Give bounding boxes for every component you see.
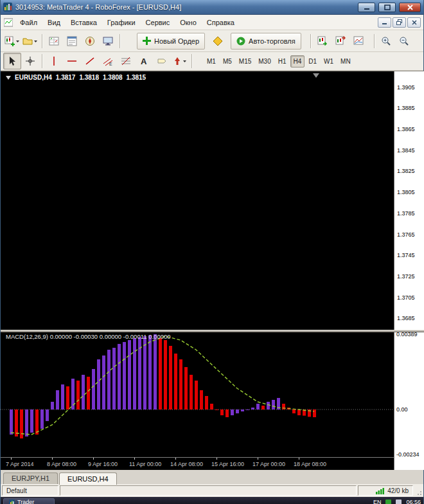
profiles-button[interactable]	[21, 33, 39, 50]
timeframe-m15-button[interactable]: M15	[236, 55, 254, 68]
data-window-icon	[67, 36, 77, 46]
price-tick-label: 1.3825	[397, 168, 415, 174]
mdi-close-button[interactable]	[407, 17, 421, 28]
time-axis-tick	[11, 458, 12, 460]
channel-icon: E	[103, 56, 113, 66]
timeframe-d1-button[interactable]: D1	[305, 55, 320, 68]
chart-tab-eurusd-h4[interactable]: EURUSD,H4	[59, 473, 117, 485]
time-axis-tick	[175, 458, 176, 460]
time-axis-tick	[134, 458, 135, 460]
data-window-button[interactable]	[63, 33, 81, 50]
toolbar-separator	[42, 54, 42, 68]
taskbar-app-button[interactable]: Trader	[3, 498, 55, 504]
autoscroll-button[interactable]	[314, 33, 331, 50]
resize-grip[interactable]	[414, 485, 422, 496]
chart-tab-eurjpy-h1[interactable]: EURJPY,H1	[3, 473, 58, 484]
taskbar-clock[interactable]: 06:56	[406, 499, 421, 504]
terminal-button[interactable]	[99, 33, 117, 50]
menu-item-2[interactable]: Вставка	[66, 17, 102, 28]
menu-item-0[interactable]: Файл	[15, 17, 42, 28]
horizontal-line-button[interactable]	[63, 53, 81, 69]
chevron-down-icon	[182, 56, 187, 66]
new-chart-button[interactable]	[3, 33, 21, 50]
tray-icon[interactable]	[385, 500, 391, 504]
mdi-restore-button[interactable]	[393, 17, 406, 28]
chart-shift-button[interactable]	[331, 33, 349, 50]
timeframe-m1-button[interactable]: M1	[204, 55, 219, 68]
fibonacci-button[interactable]	[117, 53, 135, 69]
vertical-line-button[interactable]	[45, 53, 63, 69]
minimize-button[interactable]	[358, 3, 375, 12]
autoscroll-icon	[317, 36, 328, 46]
time-axis[interactable]: 7 Apr 20148 Apr 08:009 Apr 16:0011 Apr 0…	[1, 457, 394, 470]
toolbar-separator	[374, 34, 375, 48]
play-icon	[236, 37, 245, 46]
time-axis-label: 14 Apr 08:00	[170, 461, 203, 467]
line-studies-toolbar: E A M1M5M15M30H1H4D1W1MN	[1, 52, 423, 71]
menu-item-5[interactable]: Окно	[175, 17, 202, 28]
title-bar[interactable]: 3014953: MetaTrader 4 - RoboForex - [EUR…	[1, 0, 423, 15]
timeframe-m5-button[interactable]: M5	[220, 55, 235, 68]
price-tick-label: 1.3685	[397, 315, 415, 321]
arrows-tool-button[interactable]	[171, 53, 189, 69]
tray-icon[interactable]	[396, 500, 402, 504]
mdi-minimize-button[interactable]	[378, 17, 391, 28]
text-button[interactable]: A	[135, 53, 153, 69]
timeframe-w1-button[interactable]: W1	[321, 55, 337, 68]
cursor-button[interactable]	[3, 53, 21, 69]
new-order-button[interactable]: Новый Ордер	[137, 33, 205, 50]
macd-scale-label: -0.00234	[396, 451, 420, 458]
autotrade-button[interactable]: Авто-торговля	[231, 33, 301, 50]
system-tray: EN 06:56	[373, 499, 421, 504]
indicators-button[interactable]	[349, 33, 367, 50]
menu-item-4[interactable]: Сервис	[141, 17, 175, 28]
price-tick-label: 1.3765	[397, 231, 415, 238]
menu-items: ФайлВидВставкаГрафикиСервисОкноСправка	[15, 17, 378, 28]
timeframe-mn-button[interactable]: MN	[337, 55, 354, 68]
status-bar: Default 42/0 kb	[1, 484, 423, 497]
toolbar-separator	[119, 34, 120, 48]
low-value: 1.3808	[103, 74, 123, 81]
time-axis-tick	[299, 458, 299, 460]
market-watch-icon	[49, 36, 59, 46]
standard-toolbar: Новый Ордер Авто-торговля	[1, 30, 423, 52]
price-tick-label: 1.3745	[397, 252, 415, 258]
menu-bar: ФайлВидВставкаГрафикиСервисОкноСправка	[1, 15, 423, 30]
price-tick-label: 1.3845	[397, 147, 415, 154]
chart-area[interactable]: 1.39051.38851.38651.38451.38251.38051.37…	[1, 71, 424, 469]
time-axis-label: 7 Apr 2014	[6, 461, 34, 467]
menu-item-3[interactable]: Графики	[102, 17, 141, 28]
chevron-down-icon	[33, 36, 38, 46]
maximize-button[interactable]	[378, 3, 396, 12]
price-tick-label: 1.3805	[397, 189, 415, 195]
menu-item-6[interactable]: Справка	[202, 17, 240, 28]
chart-ohlc-label: EURUSD,H4 1.3817 1.3818 1.3808 1.3815	[6, 74, 146, 81]
trendline-button[interactable]	[81, 53, 99, 69]
text-label-button[interactable]	[153, 53, 171, 69]
close-button[interactable]	[399, 3, 421, 12]
taskbar-app-icon	[9, 500, 15, 504]
high-value: 1.3818	[79, 74, 99, 81]
toolbar-separator	[42, 34, 42, 48]
arrow-symbol-icon	[173, 56, 182, 66]
time-axis-tick	[52, 458, 53, 460]
metaeditor-button[interactable]	[209, 33, 227, 50]
chart-canvas[interactable]	[1, 71, 394, 470]
zoom-out-button[interactable]	[395, 33, 413, 50]
price-scale[interactable]: 1.39051.38851.38651.38451.38251.38051.37…	[394, 71, 424, 470]
language-indicator[interactable]: EN	[373, 499, 382, 504]
menu-item-1[interactable]: Вид	[42, 17, 66, 28]
market-watch-button[interactable]	[45, 33, 63, 50]
zoom-in-button[interactable]	[377, 33, 395, 50]
crosshair-button[interactable]	[21, 53, 39, 69]
traffic-label: 42/0 kb	[387, 487, 409, 494]
navigator-button[interactable]	[81, 33, 99, 50]
timeframe-h1-button[interactable]: H1	[275, 55, 290, 68]
pane-splitter[interactable]	[1, 330, 424, 332]
equidistant-channel-button[interactable]: E	[99, 53, 117, 69]
status-profile[interactable]: Default	[2, 485, 58, 496]
price-tick-label: 1.3865	[397, 126, 415, 132]
new-chart-icon	[4, 36, 15, 46]
timeframe-m30-button[interactable]: M30	[255, 55, 274, 68]
timeframe-h4-button[interactable]: H4	[290, 55, 305, 68]
